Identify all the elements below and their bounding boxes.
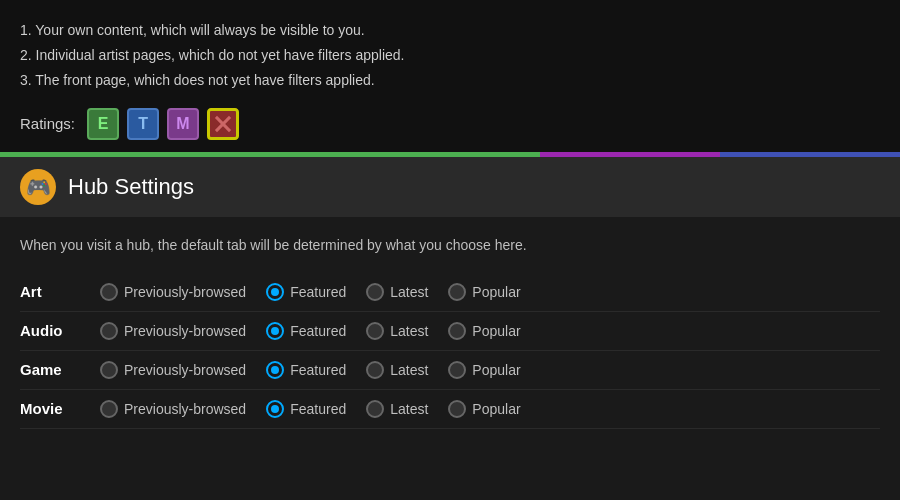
radio-circle-audio-1[interactable] [266, 322, 284, 340]
radio-option-movie-latest[interactable]: Latest [366, 400, 428, 418]
hub-settings-body: When you visit a hub, the default tab wi… [0, 217, 900, 449]
radio-circle-movie-3[interactable] [448, 400, 466, 418]
radio-circle-art-1[interactable] [266, 283, 284, 301]
radio-label-audio-2: Latest [390, 323, 428, 339]
radio-option-game-popular[interactable]: Popular [448, 361, 520, 379]
radio-circle-art-2[interactable] [366, 283, 384, 301]
radio-circle-movie-2[interactable] [366, 400, 384, 418]
radio-label-audio-0: Previously-browsed [124, 323, 246, 339]
instruction-3: 3. The front page, which does not yet ha… [20, 68, 880, 93]
radio-label-art-0: Previously-browsed [124, 284, 246, 300]
rating-x-badge[interactable] [207, 108, 239, 140]
radio-group-game: Previously-browsedFeaturedLatestPopular [100, 361, 880, 379]
radio-label-movie-2: Latest [390, 401, 428, 417]
radio-circle-game-0[interactable] [100, 361, 118, 379]
radio-circle-audio-2[interactable] [366, 322, 384, 340]
radio-label-game-0: Previously-browsed [124, 362, 246, 378]
radio-label-art-3: Popular [472, 284, 520, 300]
radio-circle-audio-0[interactable] [100, 322, 118, 340]
hub-row-movie: MoviePreviously-browsedFeaturedLatestPop… [20, 390, 880, 429]
hub-description: When you visit a hub, the default tab wi… [20, 237, 880, 253]
hub-row-label-art: Art [20, 283, 100, 300]
hub-header: 🎮 Hub Settings [0, 157, 900, 217]
radio-circle-art-3[interactable] [448, 283, 466, 301]
rating-t-badge[interactable]: T [127, 108, 159, 140]
radio-label-game-1: Featured [290, 362, 346, 378]
radio-option-audio-popular[interactable]: Popular [448, 322, 520, 340]
radio-group-art: Previously-browsedFeaturedLatestPopular [100, 283, 880, 301]
radio-label-art-1: Featured [290, 284, 346, 300]
radio-label-movie-0: Previously-browsed [124, 401, 246, 417]
radio-label-game-2: Latest [390, 362, 428, 378]
radio-label-game-3: Popular [472, 362, 520, 378]
radio-circle-movie-0[interactable] [100, 400, 118, 418]
radio-option-movie-popular[interactable]: Popular [448, 400, 520, 418]
radio-option-art-popular[interactable]: Popular [448, 283, 520, 301]
radio-option-movie-previously-browsed[interactable]: Previously-browsed [100, 400, 246, 418]
hub-row-audio: AudioPreviously-browsedFeaturedLatestPop… [20, 312, 880, 351]
rating-m-badge[interactable]: M [167, 108, 199, 140]
instruction-2: 2. Individual artist pages, which do not… [20, 43, 880, 68]
radio-option-game-previously-browsed[interactable]: Previously-browsed [100, 361, 246, 379]
radio-option-game-latest[interactable]: Latest [366, 361, 428, 379]
radio-option-audio-latest[interactable]: Latest [366, 322, 428, 340]
ratings-row: Ratings: E T M [20, 108, 880, 140]
radio-circle-game-1[interactable] [266, 361, 284, 379]
radio-label-movie-1: Featured [290, 401, 346, 417]
radio-circle-game-2[interactable] [366, 361, 384, 379]
top-section: 1. Your own content, which will always b… [0, 0, 900, 152]
radio-label-movie-3: Popular [472, 401, 520, 417]
radio-option-audio-featured[interactable]: Featured [266, 322, 346, 340]
hub-title: Hub Settings [68, 174, 194, 200]
radio-option-art-featured[interactable]: Featured [266, 283, 346, 301]
radio-label-audio-1: Featured [290, 323, 346, 339]
hub-row-art: ArtPreviously-browsedFeaturedLatestPopul… [20, 273, 880, 312]
hub-row-game: GamePreviously-browsedFeaturedLatestPopu… [20, 351, 880, 390]
hub-row-label-movie: Movie [20, 400, 100, 417]
instructions-list: 1. Your own content, which will always b… [20, 18, 880, 94]
hub-row-label-audio: Audio [20, 322, 100, 339]
radio-circle-art-0[interactable] [100, 283, 118, 301]
radio-circle-game-3[interactable] [448, 361, 466, 379]
radio-group-movie: Previously-browsedFeaturedLatestPopular [100, 400, 880, 418]
radio-option-game-featured[interactable]: Featured [266, 361, 346, 379]
radio-label-audio-3: Popular [472, 323, 520, 339]
radio-option-art-previously-browsed[interactable]: Previously-browsed [100, 283, 246, 301]
radio-circle-movie-1[interactable] [266, 400, 284, 418]
radio-option-art-latest[interactable]: Latest [366, 283, 428, 301]
hub-rows-container: ArtPreviously-browsedFeaturedLatestPopul… [20, 273, 880, 429]
radio-option-movie-featured[interactable]: Featured [266, 400, 346, 418]
radio-option-audio-previously-browsed[interactable]: Previously-browsed [100, 322, 246, 340]
radio-label-art-2: Latest [390, 284, 428, 300]
hub-row-label-game: Game [20, 361, 100, 378]
radio-group-audio: Previously-browsedFeaturedLatestPopular [100, 322, 880, 340]
ratings-label: Ratings: [20, 115, 75, 132]
radio-circle-audio-3[interactable] [448, 322, 466, 340]
instruction-1: 1. Your own content, which will always b… [20, 18, 880, 43]
hub-icon: 🎮 [20, 169, 56, 205]
rating-e-badge[interactable]: E [87, 108, 119, 140]
